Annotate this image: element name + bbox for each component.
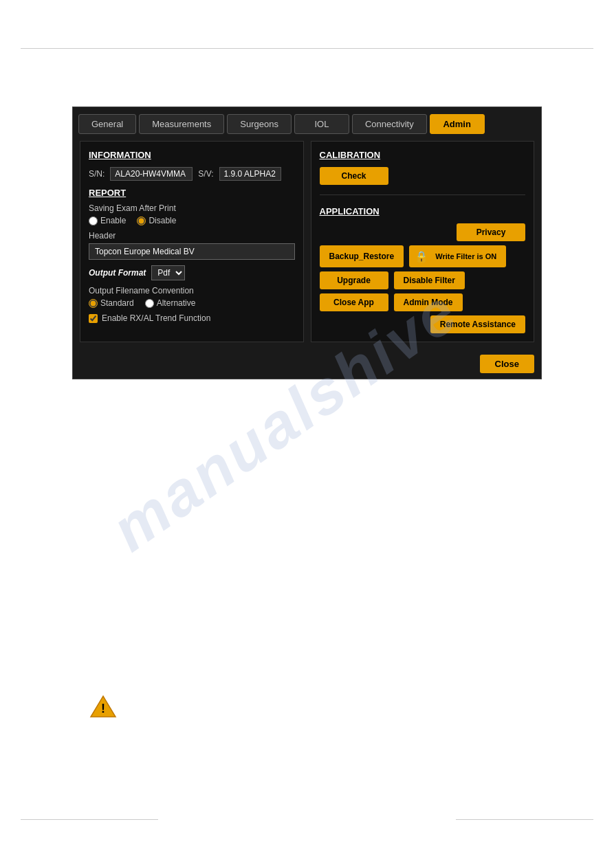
closeapp-adminmode-row: Close App Admin Mode bbox=[320, 293, 526, 311]
tab-admin[interactable]: Admin bbox=[430, 114, 485, 134]
write-filter-group: 🔒 Write Filter is ON bbox=[409, 245, 506, 267]
close-app-button[interactable]: Close App bbox=[320, 293, 388, 311]
remote-assistance-row: Remote Assistance bbox=[320, 315, 526, 333]
trend-checkbox-row: Enable RX/AL Trend Function bbox=[89, 313, 295, 323]
warning-icon: ! bbox=[89, 694, 117, 718]
filename-radio-group: Standard Alternative bbox=[89, 298, 295, 308]
svg-text:!: ! bbox=[101, 702, 105, 715]
enable-label: Enable bbox=[100, 216, 126, 225]
tab-iol[interactable]: IOL bbox=[294, 114, 349, 134]
lock-icon: 🔒 bbox=[415, 250, 428, 263]
alternative-radio-item[interactable]: Alternative bbox=[145, 298, 196, 308]
privacy-row: Privacy bbox=[320, 223, 526, 241]
upgrade-button[interactable]: Upgrade bbox=[320, 271, 388, 289]
privacy-button[interactable]: Privacy bbox=[457, 223, 525, 241]
upgrade-disablefilter-row: Upgrade Disable Filter bbox=[320, 271, 526, 289]
bottom-rule-left bbox=[21, 819, 158, 820]
calibration-section: CALIBRATION Check bbox=[320, 150, 526, 195]
alternative-radio[interactable] bbox=[145, 299, 154, 308]
enable-radio-item[interactable]: Enable bbox=[89, 216, 126, 225]
content-area: INFORMATION S/N: ALA20-HW4VMMA S/V: 1.9.… bbox=[73, 134, 541, 349]
sv-value: 1.9.0 ALPHA2 bbox=[219, 167, 281, 181]
settings-panel: General Measurements Surgeons IOL Connec… bbox=[72, 107, 542, 379]
tab-general[interactable]: General bbox=[78, 114, 136, 134]
header-label: Header bbox=[89, 231, 295, 241]
remote-assistance-button[interactable]: Remote Assistance bbox=[430, 315, 525, 333]
warning-area: ! bbox=[89, 694, 117, 721]
close-button[interactable]: Close bbox=[480, 355, 534, 373]
application-title: APPLICATION bbox=[320, 206, 526, 216]
bottom-rule-right bbox=[456, 819, 593, 820]
standard-radio[interactable] bbox=[89, 299, 98, 308]
saving-radio-group: Enable Disable bbox=[89, 216, 295, 225]
check-button[interactable]: Check bbox=[320, 167, 388, 185]
backup-writefilter-row: Backup_Restore 🔒 Write Filter is ON bbox=[320, 245, 526, 267]
information-title: INFORMATION bbox=[89, 150, 295, 160]
format-select[interactable]: Pdf bbox=[151, 265, 185, 280]
bottom-bar: Close bbox=[73, 349, 541, 379]
header-input[interactable] bbox=[89, 243, 295, 260]
output-format-label: Output Format bbox=[89, 268, 146, 278]
output-format-row: Output Format Pdf bbox=[89, 265, 295, 280]
admin-mode-button[interactable]: Admin Mode bbox=[394, 293, 463, 311]
report-title: REPORT bbox=[89, 188, 295, 198]
sn-value: ALA20-HW4VMMA bbox=[110, 167, 193, 181]
disable-label: Disable bbox=[149, 216, 176, 225]
tab-bar: General Measurements Surgeons IOL Connec… bbox=[73, 107, 541, 134]
trend-checkbox[interactable] bbox=[89, 314, 98, 323]
sv-label: S/V: bbox=[198, 169, 213, 179]
application-section: APPLICATION Privacy Backup_Restore 🔒 Wri… bbox=[320, 206, 526, 333]
standard-label: Standard bbox=[100, 298, 134, 308]
standard-radio-item[interactable]: Standard bbox=[89, 298, 134, 308]
right-panel: CALIBRATION Check APPLICATION Privacy Ba… bbox=[311, 141, 535, 342]
filename-label: Output Filename Convention bbox=[89, 286, 295, 296]
backup-restore-button[interactable]: Backup_Restore bbox=[320, 245, 404, 267]
left-panel: INFORMATION S/N: ALA20-HW4VMMA S/V: 1.9.… bbox=[80, 141, 304, 342]
trend-label: Enable RX/AL Trend Function bbox=[102, 313, 210, 323]
write-filter-button[interactable]: Write Filter is ON bbox=[431, 249, 501, 263]
tab-connectivity[interactable]: Connectivity bbox=[352, 114, 427, 134]
disable-filter-button[interactable]: Disable Filter bbox=[394, 271, 465, 289]
alternative-label: Alternative bbox=[157, 298, 196, 308]
sn-label: S/N: bbox=[89, 169, 105, 179]
tab-measurements[interactable]: Measurements bbox=[139, 114, 224, 134]
enable-radio[interactable] bbox=[89, 216, 98, 225]
calibration-title: CALIBRATION bbox=[320, 150, 526, 160]
saving-label: Saving Exam After Print bbox=[89, 203, 295, 213]
disable-radio[interactable] bbox=[137, 216, 146, 225]
top-divider bbox=[21, 48, 593, 49]
report-section: REPORT Saving Exam After Print Enable Di… bbox=[89, 188, 295, 323]
tab-surgeons[interactable]: Surgeons bbox=[227, 114, 292, 134]
disable-radio-item[interactable]: Disable bbox=[137, 216, 176, 225]
serial-number-row: S/N: ALA20-HW4VMMA S/V: 1.9.0 ALPHA2 bbox=[89, 167, 295, 181]
